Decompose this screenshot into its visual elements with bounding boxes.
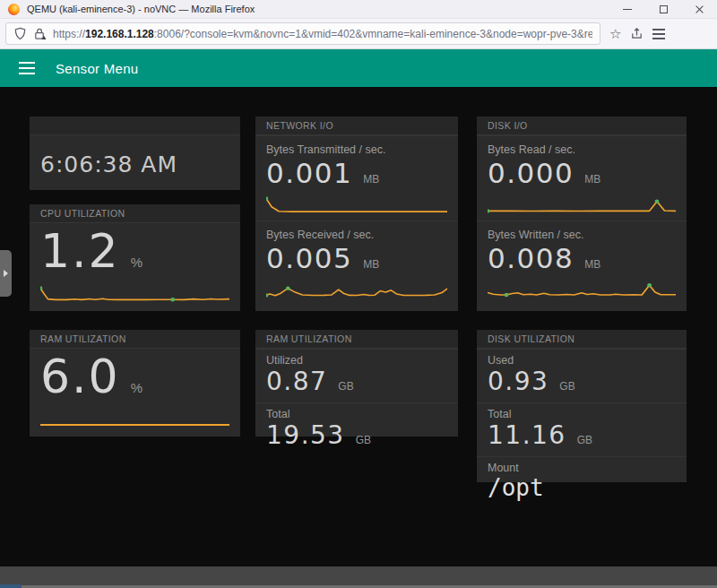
metric-unit: MB: [584, 258, 600, 271]
bytes-written-sparkline: [488, 278, 676, 299]
browser-menu-icon[interactable]: [652, 29, 665, 39]
ram-utilization-detail-panel: RAM UTILIZATION Utilized 0.87 GB Total 1…: [255, 330, 458, 437]
panel-title: CPU UTILIZATION: [30, 204, 240, 223]
metric-unit: GB: [559, 380, 574, 393]
ram-utilization-gauge-panel: RAM UTILIZATION 6.0 %: [30, 330, 240, 437]
metric-value: 0.87: [266, 368, 327, 396]
cpu-utilization-panel: CPU UTILIZATION 1.2 %: [30, 204, 240, 311]
tracking-shield-icon[interactable]: [13, 27, 27, 40]
url-scheme: https://: [53, 28, 85, 40]
metric-unit: MB: [363, 258, 379, 271]
bookmark-star-icon[interactable]: ☆: [609, 27, 621, 40]
ram-total-row: Total 19.53 GB: [255, 402, 458, 456]
cpu-value: 1.2: [40, 225, 120, 279]
ram-unit: %: [131, 380, 143, 395]
clock-time: 6:06:38 AM: [30, 135, 240, 177]
disk-mount-row: Mount /opt: [477, 456, 687, 508]
metric-value: 0.008: [488, 243, 574, 275]
window-footer: [0, 566, 717, 588]
network-io-panel: NETWORK I/O Bytes Transmitted / sec. 0.0…: [255, 117, 458, 311]
disk-total-row: Total 11.16 GB: [477, 402, 687, 456]
disk-utilization-panel: DISK UTILIZATION Used 0.93 GB Total 11.1…: [477, 330, 687, 482]
bytes-transmitted-sparkline: [266, 194, 447, 215]
ram-utilized-row: Utilized 0.87 GB: [255, 349, 458, 402]
firefox-icon: [8, 4, 20, 15]
url-bar[interactable]: https://192.168.1.128:8006/?console=kvm&…: [5, 22, 600, 45]
metric-label: Bytes Written / sec.: [488, 226, 676, 241]
bytes-received-sparkline: [266, 278, 447, 299]
panel-title: NETWORK I/O: [255, 117, 458, 135]
bytes-received-row: Bytes Received / sec. 0.005 MB: [255, 220, 458, 306]
minimize-button[interactable]: [609, 0, 645, 18]
maximize-button[interactable]: [645, 0, 681, 18]
disk-io-panel: DISK I/O Bytes Read / sec. 0.000 MB Byte…: [477, 117, 687, 311]
minimize-icon: [623, 9, 632, 10]
maximize-icon: [660, 5, 668, 13]
metric-value: 19.53: [266, 421, 345, 450]
panel-title: DISK UTILIZATION: [477, 330, 687, 349]
dashboard: 6:06:38 AM CPU UTILIZATION 1.2 % RAM UTI…: [0, 87, 717, 566]
url-path: :8006/?console=kvm&novnc=1&vmid=402&vmna…: [154, 28, 592, 40]
novnc-controlbar-handle[interactable]: [0, 250, 12, 297]
bytes-written-row: Bytes Written / sec. 0.008 MB: [477, 220, 687, 306]
url-text[interactable]: https://192.168.1.128:8006/?console=kvm&…: [53, 28, 592, 40]
panel-title: DISK I/O: [477, 117, 687, 135]
close-icon: [695, 4, 704, 14]
browser-toolbar: https://192.168.1.128:8006/?console=kvm&…: [0, 19, 717, 49]
panel-title: RAM UTILIZATION: [30, 330, 240, 349]
clock-panel: 6:06:38 AM: [30, 117, 240, 190]
metric-label: Used: [488, 354, 676, 367]
app-header: Sensor Menu: [0, 49, 717, 87]
panel-header: [30, 117, 240, 135]
window-titlebar: QEMU (kali-eminence-3) - noVNC — Mozilla…: [0, 0, 717, 19]
metric-label: Bytes Received / sec.: [266, 226, 447, 241]
metric-value: 0.93: [488, 368, 549, 396]
metric-unit: MB: [584, 173, 600, 186]
panel-title: RAM UTILIZATION: [255, 330, 458, 349]
window-title: QEMU (kali-eminence-3) - noVNC — Mozilla…: [27, 4, 609, 14]
close-button[interactable]: [681, 0, 717, 18]
ram-value: 6.0: [40, 350, 120, 404]
metric-value: 0.000: [488, 158, 574, 190]
bytes-transmitted-row: Bytes Transmitted / sec. 0.001 MB: [255, 135, 458, 220]
cpu-unit: %: [131, 255, 143, 270]
metric-label: Mount: [488, 462, 676, 474]
metric-label: Total: [488, 408, 676, 420]
sidenav-menu-icon[interactable]: [19, 62, 35, 74]
metric-unit: GB: [577, 434, 592, 446]
metric-label: Bytes Read / sec.: [488, 141, 676, 156]
cpu-sparkline: [40, 282, 229, 304]
metric-label: Total: [266, 408, 447, 420]
bytes-read-row: Bytes Read / sec. 0.000 MB: [477, 135, 687, 220]
metric-unit: MB: [363, 173, 379, 186]
footer-blue-patch: [0, 584, 22, 588]
metric-label: Utilized: [266, 354, 447, 367]
disk-used-row: Used 0.93 GB: [477, 349, 687, 402]
ram-sparkline: [40, 408, 229, 429]
metric-value: 0.005: [266, 243, 352, 275]
page-title: Sensor Menu: [56, 61, 139, 76]
metric-unit: GB: [356, 434, 371, 446]
metric-value: 11.16: [488, 421, 566, 450]
export-icon[interactable]: [630, 27, 644, 40]
metric-unit: GB: [338, 380, 353, 393]
metric-label: Bytes Transmitted / sec.: [266, 141, 447, 156]
metric-value: 0.001: [266, 158, 352, 190]
insecure-lock-icon[interactable]: [33, 27, 47, 40]
bytes-read-sparkline: [488, 194, 676, 215]
url-domain: 192.168.1.128: [85, 28, 154, 40]
expand-arrow-icon: [4, 270, 8, 277]
mount-point-value: /opt: [488, 475, 544, 502]
